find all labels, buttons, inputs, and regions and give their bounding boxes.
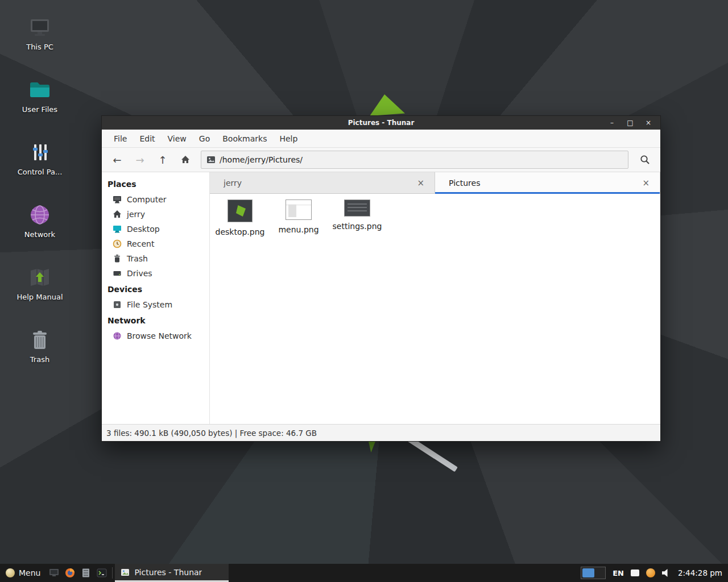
active-workspace[interactable] [582, 568, 594, 577]
path-text: /home/jerry/Pictures/ [220, 155, 303, 164]
window-title: Pictures - Thunar [102, 119, 660, 127]
file-name: settings.png [333, 222, 382, 231]
taskbar-window-button[interactable]: Pictures - Thunar [115, 564, 229, 582]
globe-icon [27, 202, 52, 227]
sidebar-item-desktop[interactable]: Desktop [102, 222, 209, 236]
launcher-file-cabinet[interactable] [78, 564, 94, 582]
desktop-icon-label: Help Manual [10, 293, 69, 301]
file-desktop-png[interactable]: desktop.png [213, 199, 267, 237]
sidebar-header-network: Network [102, 312, 209, 329]
applications-menu-button[interactable]: Menu [0, 564, 46, 582]
sidebar-header-places: Places [102, 176, 209, 192]
desktop-icon-trash[interactable]: Trash [10, 327, 69, 364]
computer-icon [113, 195, 122, 204]
launcher-display[interactable] [46, 564, 62, 582]
launcher-terminal[interactable] [94, 564, 110, 582]
map-icon [27, 265, 52, 290]
drive-icon [113, 269, 122, 278]
sidebar-item-trash[interactable]: Trash [102, 251, 209, 266]
folder-icon [27, 77, 52, 102]
file-name: desktop.png [216, 227, 265, 236]
desktop-icon-label: This PC [10, 43, 69, 51]
tab-close-icon[interactable]: × [640, 177, 652, 189]
network-globe-icon [113, 331, 122, 340]
sidebar-item-label: Computer [127, 195, 167, 204]
home-button[interactable] [175, 151, 196, 169]
desktop-icon-this-pc[interactable]: This PC [10, 15, 69, 51]
volume-icon[interactable] [662, 569, 671, 577]
up-button[interactable]: ↑ [152, 151, 173, 169]
titlebar[interactable]: Pictures - Thunar – □ × [102, 116, 660, 130]
toolbar: ← → ↑ /home/jerry/Pictures/ [102, 148, 660, 172]
menu-edit[interactable]: Edit [133, 130, 161, 148]
sidebar-item-label: Browse Network [127, 331, 192, 340]
path-bar[interactable]: /home/jerry/Pictures/ [201, 151, 628, 169]
menu-help[interactable]: Help [273, 130, 304, 148]
sidebar-item-computer[interactable]: Computer [102, 192, 209, 207]
taskbar-window-label: Pictures - Thunar [134, 568, 202, 577]
workspace-pager[interactable] [581, 567, 606, 579]
desktop-icon-control-panel[interactable]: Control Pa... [10, 140, 69, 176]
desktop-icon-help-manual[interactable]: Help Manual [10, 265, 69, 301]
home-icon [181, 155, 190, 164]
sidebar-item-label: Desktop [127, 225, 160, 234]
sidebar-item-file-system[interactable]: File System [102, 297, 209, 312]
filesystem-icon [113, 300, 122, 309]
file-view[interactable]: desktop.png menu.png settings.png [210, 194, 660, 424]
image-folder-icon [206, 156, 216, 164]
maximize-button[interactable]: □ [626, 116, 634, 130]
close-button[interactable]: × [644, 116, 652, 130]
sidebar-item-drives[interactable]: Drives [102, 266, 209, 281]
trash-icon [27, 327, 52, 352]
launcher-firefox[interactable] [62, 564, 78, 582]
sidebar: Places Computer jerry Desktop Recent Tra… [102, 172, 210, 424]
trash-icon [113, 254, 122, 263]
home-icon [113, 210, 122, 219]
computer-icon [27, 15, 52, 40]
forward-button[interactable]: → [129, 151, 151, 169]
taskbar: Menu Pictures - Thunar EN 2:44:28 pm [0, 564, 728, 582]
desktop-icon-label: Control Pa... [10, 168, 69, 176]
desktop-icon-label: User Files [10, 105, 69, 114]
sidebar-item-jerry[interactable]: jerry [102, 207, 209, 222]
menu-view[interactable]: View [162, 130, 193, 148]
sidebar-item-label: File System [127, 300, 172, 309]
search-button[interactable] [634, 151, 656, 169]
tab-close-icon[interactable]: × [415, 177, 427, 189]
tab-bar: jerry × Pictures × [210, 172, 660, 194]
thumbnail-settings-png [344, 199, 370, 217]
clock: 2:44:28 pm [678, 568, 722, 577]
sidebar-item-label: Recent [127, 239, 154, 248]
desktop-icon-network[interactable]: Network [10, 202, 69, 239]
firefox-icon [65, 568, 75, 578]
keyboard-icon[interactable] [631, 569, 639, 576]
taskbar-separator [112, 567, 113, 579]
sidebar-item-recent[interactable]: Recent [102, 236, 209, 251]
menubar: File Edit View Go Bookmarks Help [102, 130, 660, 148]
file-menu-png[interactable]: menu.png [271, 199, 326, 235]
tab-pictures[interactable]: Pictures × [435, 172, 660, 194]
display-icon [49, 568, 59, 578]
desktop-icon-user-files[interactable]: User Files [10, 77, 69, 114]
file-settings-png[interactable]: settings.png [330, 199, 384, 231]
clock-icon [113, 239, 122, 248]
keyboard-layout-indicator[interactable]: EN [613, 569, 624, 577]
back-button[interactable]: ← [106, 151, 128, 169]
menu-file[interactable]: File [107, 130, 133, 148]
notifier-icon[interactable] [646, 568, 655, 577]
window-controls: – □ × [608, 116, 660, 130]
menu-go[interactable]: Go [193, 130, 216, 148]
sliders-icon [27, 140, 52, 165]
sidebar-item-label: Trash [127, 254, 148, 263]
status-text: 3 files: 490.1 kB (490,050 bytes) | Free… [106, 429, 317, 438]
minimize-button[interactable]: – [608, 116, 616, 130]
terminal-icon [97, 568, 107, 578]
sidebar-item-browse-network[interactable]: Browse Network [102, 329, 209, 343]
menu-bookmarks[interactable]: Bookmarks [216, 130, 273, 148]
tab-jerry[interactable]: jerry × [210, 172, 435, 194]
thunar-window: Pictures - Thunar – □ × File Edit View G… [101, 115, 661, 442]
desktop-icon [113, 225, 122, 234]
thumbnail-desktop-png [228, 199, 253, 222]
cabinet-icon [81, 568, 91, 578]
sidebar-item-label: jerry [127, 210, 145, 219]
